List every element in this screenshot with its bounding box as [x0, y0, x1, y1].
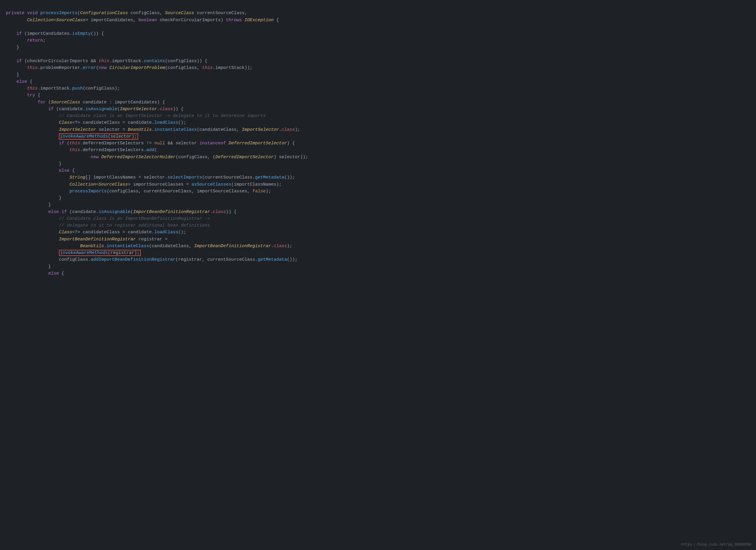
code-block: private void processImports(Configuratio…: [6, 3, 750, 284]
code-container: private void processImports(Configuratio…: [6, 3, 750, 284]
page-url: https://blog.csdn.net/qq_36968850: [681, 542, 751, 548]
